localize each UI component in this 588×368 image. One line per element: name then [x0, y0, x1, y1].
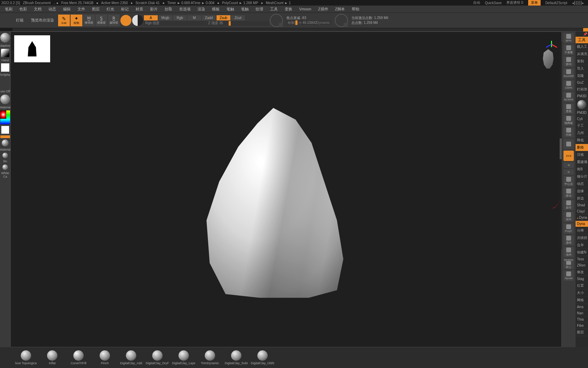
menu-vmoon[interactable]: Vmoon [296, 6, 315, 12]
tool-item[interactable]: Clayl [576, 208, 588, 215]
menu-zplugin[interactable]: Z插件 [315, 6, 332, 12]
tool-item[interactable]: 复制 [576, 58, 588, 65]
mrgb-button[interactable]: Mrgb [158, 15, 172, 20]
tool-item[interactable]: 合并 [576, 242, 588, 249]
tool-item[interactable]: 细分片 [576, 173, 588, 180]
tool-item[interactable]: 修改 [576, 269, 588, 276]
menu-layer[interactable]: 图层 [89, 6, 103, 12]
sculpt-mesh[interactable] [197, 104, 356, 298]
quicksave-button[interactable]: QuickSave [485, 1, 502, 5]
brush-digitalclay-laye[interactable]: DigitalClay_Laye [172, 350, 196, 365]
layout-icons[interactable]: ◂┃┃┃┃▸ [572, 1, 584, 5]
z-intensity-slider[interactable]: Z 强度 35 [207, 21, 269, 26]
menu-brush[interactable]: 笔刷 [1, 6, 16, 12]
edit-mode-button[interactable]: ✎Edit [58, 15, 70, 26]
actual-size-button[interactable]: 100% [563, 80, 574, 90]
zsub-button[interactable]: Zsub [217, 15, 230, 20]
brush-digitalclay-dryf[interactable]: DigitalClay_DryF [145, 350, 169, 365]
brush-curvetrifill[interactable]: CurveTriFill [66, 350, 91, 365]
menu-picker[interactable]: 拾取 [161, 6, 176, 12]
menu-zscript[interactable]: Z脚本 [332, 6, 349, 12]
zscript-button[interactable]: DefaultZScript [545, 1, 567, 5]
zoom2d-button[interactable]: Zoom2D [563, 68, 574, 79]
brush-digitalclay-add[interactable]: DigitalClay_Add [119, 350, 143, 365]
dynamic-cam-button[interactable]: Dynamic脱立 [563, 259, 574, 269]
tool-item[interactable]: 汉格 [576, 151, 588, 159]
tool-item[interactable]: 位置 [576, 282, 588, 289]
tool-item[interactable]: 将B [576, 166, 588, 173]
preview-render-button[interactable]: 预览布尔渲染 [28, 16, 57, 24]
axis-gizmo[interactable] [545, 35, 559, 48]
tool-item[interactable]: 载入工 [576, 43, 588, 51]
lock-button[interactable] [563, 139, 574, 149]
pinch-slot-icon[interactable] [2, 153, 8, 158]
brush-move-topological[interactable]: love Topologica [14, 350, 38, 365]
viewport-canvas[interactable] [10, 32, 562, 347]
tool-item[interactable]: Tess [576, 256, 588, 262]
menu-file[interactable]: 文件 [74, 6, 89, 12]
menu-texture[interactable]: 纹理 [252, 6, 267, 12]
a-button[interactable]: A [144, 15, 158, 20]
persp-button[interactable]: 透视 [563, 104, 574, 114]
tool-item[interactable]: 折边 [576, 195, 588, 202]
tool-item[interactable]: Shad [576, 202, 588, 208]
tool-item[interactable]: 删格 [576, 144, 588, 151]
color-picker[interactable] [0, 110, 10, 124]
tool-item[interactable]: ZRen [576, 262, 588, 269]
tool-item[interactable]: 重建填 [576, 159, 588, 166]
draw-size-dial[interactable] [335, 14, 348, 27]
tool-item[interactable]: 次级担 [576, 234, 588, 242]
tool-item[interactable]: Fibe [576, 323, 588, 329]
move-view-button[interactable]: 移动 [563, 188, 574, 198]
menu-stroke[interactable]: 笔触 [223, 6, 238, 12]
menu-edit[interactable]: 编辑 [59, 6, 74, 12]
tool-item[interactable]: 图层 [576, 329, 588, 336]
tool-item[interactable]: 创建N [576, 249, 588, 256]
material-slot-icon[interactable] [2, 140, 9, 146]
zcut-button[interactable]: Zcut [231, 15, 245, 20]
menu-render[interactable]: 渲染 [194, 6, 209, 12]
tool-item[interactable]: Dyna [576, 215, 588, 221]
aahalf-button[interactable]: AC50% [563, 92, 574, 102]
menu-help[interactable]: 帮助 [348, 6, 363, 12]
focal-shift-value[interactable]: 焦点衰减 -83 [286, 16, 331, 20]
xyz-button[interactable]: XYZ [563, 151, 574, 161]
focal-shift-dial[interactable] [270, 14, 283, 27]
tool-item[interactable]: 克隆 [576, 72, 588, 80]
m-button[interactable]: M [187, 15, 201, 20]
brush-pinch[interactable]: Pinch [93, 350, 117, 365]
timeline-ruler[interactable] [0, 28, 588, 32]
menu-marker[interactable]: 标记 [118, 6, 132, 12]
ghost-button[interactable]: 油画 [563, 247, 574, 257]
brush-digitalclay-subt[interactable]: DigitalClay_Subt [224, 350, 248, 365]
tool-item[interactable]: Dyna [576, 221, 588, 227]
rot-y-button[interactable]: ⟲ [563, 162, 574, 168]
brush-digitalclay-olds[interactable]: DigitalClay_OldS [250, 350, 275, 365]
tool-item[interactable]: 导入 [576, 65, 588, 72]
tool-subheader[interactable]: 子工 [576, 122, 588, 129]
brush-inflat[interactable]: Inflat [40, 350, 64, 365]
tool-header[interactable]: 工具 [576, 37, 588, 43]
tool-item[interactable]: 从填充 [576, 51, 588, 58]
tool-item[interactable]: 几何 [576, 129, 588, 137]
menu-dynamic[interactable]: 动态 [45, 6, 59, 12]
rgb-button[interactable]: Rgb [173, 15, 187, 20]
transp-button[interactable]: 透明 [563, 235, 574, 245]
move-mode-button[interactable]: M̲移动缩 [83, 15, 95, 26]
tool-item[interactable]: Nan [576, 310, 588, 316]
camera-preview-icon[interactable] [541, 49, 556, 69]
rotate-view-button[interactable]: 旋转 [563, 200, 574, 210]
menu-movie[interactable]: 影片 [147, 6, 161, 12]
menu-stencil[interactable]: 模板 [209, 6, 223, 12]
spin-button[interactable]: 放转 [563, 212, 574, 222]
brush-preview-icon[interactable] [0, 33, 10, 43]
brush-trimdynamic[interactable]: TrimDynamic [198, 350, 222, 365]
center-button[interactable]: 中心点 [563, 176, 574, 187]
bpr-button[interactable]: BPR [563, 33, 574, 43]
menu-button[interactable]: 菜单 [528, 0, 541, 6]
menu-tool[interactable]: 工具 [267, 6, 281, 12]
pin-icon[interactable]: 📌 [583, 32, 587, 36]
tool-item[interactable]: Thia [576, 316, 588, 323]
tool-preview-icon[interactable] [577, 100, 586, 109]
rgb-intensity-slider[interactable]: Rgb 强度 [144, 21, 206, 26]
